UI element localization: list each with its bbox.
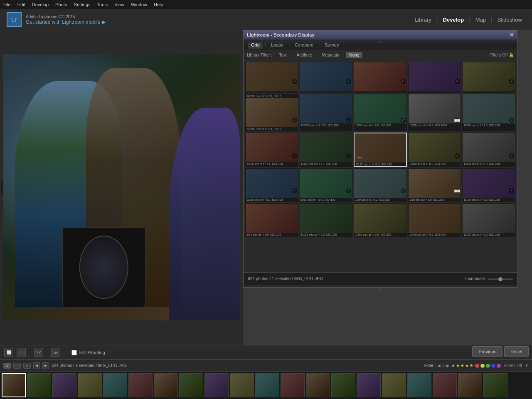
filmstrip-filter: Filter : ◀ ≥ ▶ ★ ★ ★ ★ ★ Filters Off: [424, 363, 529, 368]
thumb-cell-row4-2[interactable]: 1/125 sec at f / 5.0, ISO 200: [300, 203, 353, 237]
thumb-cell-77[interactable]: 77 1/2000 sec at f / 3.5, ISO 2... ✓ 1/2…: [245, 94, 298, 131]
filter-metadata[interactable]: Metadata: [319, 52, 343, 58]
fs-thumb[interactable]: [179, 373, 203, 397]
menu-window[interactable]: Window: [131, 2, 147, 7]
tab-library[interactable]: Library: [411, 15, 435, 25]
soft-proofing-input[interactable]: [71, 350, 77, 355]
fs-thumb[interactable]: [407, 373, 431, 397]
fs-thumb[interactable]: [27, 373, 51, 397]
menu-file[interactable]: File: [3, 2, 11, 7]
tab-develop[interactable]: Develop: [440, 15, 468, 25]
menu-settings[interactable]: Settings: [74, 2, 91, 7]
thumb-cell-row2-3[interactable]: ●●●●● 1/125 sec at f / 8.0, ISO 200: [354, 133, 407, 167]
filter-left[interactable]: ◀: [437, 363, 441, 368]
thumb-cell-row3-1[interactable]: ✓ 1/120 sec at f / 3.2, ISO 200: [245, 168, 298, 202]
thumb-cell[interactable]: ✓: [300, 62, 353, 93]
fs-thumb-selected[interactable]: [2, 373, 26, 397]
thumb-cell[interactable]: ✓: [408, 62, 461, 93]
thumb-cell-79c[interactable]: ✓ 1/320 sec at f / 3.5, ISO 200: [462, 94, 515, 131]
view-a-btn[interactable]: YY: [34, 348, 43, 357]
fs-nav-prev[interactable]: ◀: [33, 362, 40, 369]
star-2[interactable]: ★: [456, 363, 460, 368]
filter-none[interactable]: None: [346, 52, 362, 58]
thumb-cell-row4-5[interactable]: 1/125 sec at f / 5.0, ISO 200: [462, 203, 515, 237]
thumb-meta-78: 1/2000 sec at f / 3.5, ISO 200: [300, 123, 352, 127]
thumb-cell-row2-4[interactable]: ✓ 1/160 sec at f / 8.0, ISO 200: [408, 133, 461, 167]
fs-thumb[interactable]: [281, 373, 305, 397]
menu-help[interactable]: Help: [154, 2, 163, 7]
thumb-cell-row2-1[interactable]: ✓ 1/420 sec at f / 7.1, ISO 200: [245, 133, 298, 167]
color-yellow[interactable]: [480, 364, 485, 368]
thumb-slider-handle: [498, 277, 502, 281]
star-3[interactable]: ★: [461, 363, 464, 368]
menu-view[interactable]: View: [114, 2, 124, 7]
fs-thumb[interactable]: [154, 373, 178, 397]
thumb-cell-79a[interactable]: ✓ 1/850 sec at f / 9.0, ISO 244: [354, 94, 407, 131]
thumb-cell-row3-2[interactable]: ✓ 1/60 sec at f / 5.0, ISO 100: [300, 168, 353, 202]
thumb-cell[interactable]: ✓: [462, 62, 515, 93]
fs-thumb[interactable]: [382, 373, 406, 397]
thumb-cell-row3-5[interactable]: ✓ 1/100 sec at f / 5.6, ISO 200: [462, 168, 515, 202]
reset-button[interactable]: Reset: [504, 346, 529, 357]
sd-titlebar[interactable]: Lightroom - Secondary Display ✕: [244, 30, 517, 39]
menu-edit[interactable]: Edit: [17, 2, 25, 7]
fs-thumb[interactable]: [357, 373, 381, 397]
sd-close-btn[interactable]: ✕: [510, 32, 514, 38]
thumb-img: [409, 94, 461, 123]
fs-view-1[interactable]: 1: [3, 363, 11, 369]
fs-thumb[interactable]: [52, 373, 76, 397]
thumb-slider[interactable]: [488, 278, 513, 280]
menu-tools[interactable]: Tools: [97, 2, 108, 7]
filter-right[interactable]: ▶: [446, 363, 450, 368]
fs-thumb[interactable]: [331, 373, 355, 397]
thumb-cell-row4-4[interactable]: 1/340 sec at f / 5.6, ISO 200: [408, 203, 461, 237]
menu-photo[interactable]: Photo: [55, 2, 67, 7]
fs-view-2[interactable]: ⬛⬛: [13, 363, 21, 369]
view-b-btn[interactable]: MM: [51, 348, 60, 357]
fs-thumb[interactable]: [103, 373, 127, 397]
fs-thumb[interactable]: [306, 373, 330, 397]
fs-view-3[interactable]: ⊞: [23, 363, 31, 369]
color-blue[interactable]: [491, 364, 495, 368]
soft-proofing-checkbox[interactable]: Soft Proofing: [71, 350, 105, 355]
fs-thumb[interactable]: [128, 373, 153, 397]
tab-map[interactable]: Map: [472, 15, 489, 25]
thumb-cell-78[interactable]: ✓ 1/2000 sec at f / 3.5, ISO 200: [300, 94, 353, 131]
thumb-cell-row4-1[interactable]: 1/30 sec at f / 3.0, ISO 100: [245, 203, 298, 237]
mobile-link[interactable]: Get started with Lightroom mobile ▶: [26, 19, 106, 25]
fs-thumb[interactable]: [433, 373, 457, 397]
filter-attribute[interactable]: Attribute: [293, 52, 315, 58]
sd-grid[interactable]: ✓ ✓ ✓ ✓ ✓: [244, 60, 517, 272]
previous-button[interactable]: Previous: [472, 346, 502, 357]
menu-develop[interactable]: Develop: [32, 2, 49, 7]
thumb-cell[interactable]: ✓: [245, 62, 298, 93]
fs-thumb[interactable]: [483, 373, 507, 397]
fs-thumb[interactable]: [230, 373, 254, 397]
thumb-cell-row4-3[interactable]: 1/400 sec at f / 5.6, ISO 200: [354, 203, 407, 237]
fs-thumb[interactable]: [204, 373, 229, 397]
thumb-cell-79b[interactable]: ⬜⬜ 1/350 sec at f / 6.4, ISO 1066: [408, 94, 461, 131]
fs-thumb[interactable]: [78, 373, 102, 397]
color-red[interactable]: [475, 364, 479, 368]
star-4[interactable]: ★: [465, 363, 469, 368]
color-green[interactable]: [486, 364, 490, 368]
star-1[interactable]: ★: [451, 363, 455, 368]
thumb-cell-row2-2[interactable]: ✓ 1/420 sec at f / 7.1, ISO 200: [300, 133, 353, 167]
fs-thumb[interactable]: [255, 373, 279, 397]
filter-expand[interactable]: ▼: [525, 363, 529, 368]
thumb-cell-row3-3[interactable]: ✓ 1/20 sec at f / 5.0, ISO 100: [354, 168, 407, 202]
thumb-cell[interactable]: ✓: [354, 62, 407, 93]
fs-nav-next[interactable]: ▶: [42, 362, 49, 369]
star-5[interactable]: ★: [470, 363, 473, 368]
thumb-img: [409, 204, 461, 233]
thumb-cell-row3-4[interactable]: ⬜⬜ 1/10 sec at f / 3.6, ISO 200: [408, 168, 461, 202]
color-purple[interactable]: [497, 364, 501, 368]
view-multi-btn[interactable]: ⬛⬛: [17, 348, 26, 357]
sd-resize-handle[interactable]: [244, 39, 517, 43]
filter-off: Filters Off 🔒: [490, 53, 514, 57]
filter-text[interactable]: Text: [276, 52, 290, 58]
tab-slideshow[interactable]: Slideshow: [494, 15, 525, 25]
thumb-cell-row2-5[interactable]: ✓ 1/400 sec at f / 8.0, ISO 200: [462, 133, 515, 167]
view-single-btn[interactable]: ⬜: [4, 348, 13, 357]
fs-thumb[interactable]: [458, 373, 482, 397]
